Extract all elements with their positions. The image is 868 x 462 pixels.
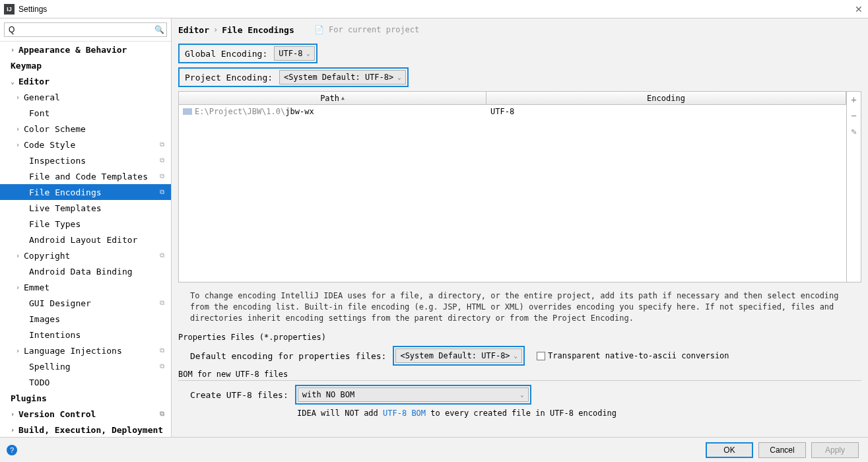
chevron-icon: ⌄ xyxy=(11,78,18,85)
sidebar-item-inspections[interactable]: Inspections⧉ xyxy=(0,152,171,168)
chevron-icon: › xyxy=(11,411,18,418)
column-path[interactable]: Path▲ xyxy=(179,92,486,104)
sidebar-item-label: Font xyxy=(29,108,50,118)
project-encoding-label: Project Encoding: xyxy=(181,71,277,84)
sidebar-item-file-encodings[interactable]: File Encodings⧉ xyxy=(0,184,171,200)
sidebar-item-color-scheme[interactable]: ›Color Scheme xyxy=(0,121,171,137)
help-text: To change encoding IntelliJ IDEA uses fo… xyxy=(190,290,859,323)
sidebar-item-label: Inspections xyxy=(29,156,86,166)
search-icon: 🔍 xyxy=(154,25,164,34)
sidebar-item-todo[interactable]: TODO xyxy=(0,374,171,390)
global-encoding-dropdown[interactable]: UTF-8 ⌄ xyxy=(274,46,315,61)
remove-icon[interactable]: − xyxy=(851,110,856,121)
ok-button[interactable]: OK xyxy=(706,442,753,458)
properties-encoding-group: <System Default: UTF-8> ⌄ xyxy=(393,346,525,366)
sidebar-item-emmet[interactable]: ›Emmet xyxy=(0,279,171,295)
add-icon[interactable]: + xyxy=(851,94,856,105)
sidebar-item-label: Language Injections xyxy=(24,346,122,356)
sidebar-item-plugins[interactable]: Plugins xyxy=(0,390,171,406)
utf8-bom-link[interactable]: UTF-8 BOM xyxy=(383,409,426,418)
sidebar-item-label: File Types xyxy=(29,219,81,229)
global-encoding-group: Global Encoding: UTF-8 ⌄ xyxy=(178,44,317,63)
sidebar-item-label: Copyright xyxy=(24,251,70,261)
bom-section-title: BOM for new UTF-8 files xyxy=(178,370,861,381)
table-row[interactable]: E:\Project\JBW\1.0\jbw-wx UTF-8 xyxy=(179,105,846,118)
properties-encoding-dropdown[interactable]: <System Default: UTF-8> ⌄ xyxy=(395,348,522,363)
column-encoding[interactable]: Encoding xyxy=(486,92,846,104)
copy-icon: ⧉ xyxy=(160,410,164,418)
sidebar-item-label: Images xyxy=(29,314,60,324)
create-utf8-dropdown[interactable]: with NO BOM ⌄ xyxy=(298,387,529,402)
settings-tree: ›Appearance & BehaviorKeymap⌄Editor›Gene… xyxy=(0,42,171,437)
sidebar-item-file-and-code-templates[interactable]: File and Code Templates⧉ xyxy=(0,168,171,184)
sidebar-item-version-control[interactable]: ›Version Control⧉ xyxy=(0,406,171,422)
sidebar-item-label: Android Layout Editor xyxy=(29,235,137,245)
chevron-icon: › xyxy=(16,284,24,291)
properties-section-title: Properties Files (*.properties) xyxy=(178,333,861,342)
sidebar-item-language-injections[interactable]: ›Language Injections⧉ xyxy=(0,343,171,358)
sidebar-item-file-types[interactable]: File Types xyxy=(0,216,171,232)
sidebar-item-android-data-binding[interactable]: Android Data Binding xyxy=(0,263,171,279)
sort-asc-icon: ▲ xyxy=(341,95,345,101)
sidebar-item-intentions[interactable]: Intentions xyxy=(0,327,171,343)
sidebar-item-label: Appearance & Behavior xyxy=(18,45,127,55)
sidebar-item-label: Code Style xyxy=(24,140,75,150)
chevron-icon: › xyxy=(16,141,24,148)
sidebar-item-font[interactable]: Font xyxy=(0,105,171,121)
sidebar-item-android-layout-editor[interactable]: Android Layout Editor xyxy=(0,232,171,248)
chevron-icon: › xyxy=(16,347,24,354)
copy-icon: ⧉ xyxy=(160,141,164,148)
chevron-icon: › xyxy=(11,46,18,53)
breadcrumb-editor[interactable]: Editor xyxy=(178,25,209,35)
sidebar-item-label: Editor xyxy=(18,77,50,86)
sidebar-item-gui-designer[interactable]: GUI Designer⧉ xyxy=(0,295,171,311)
titlebar: IJ Settings ✕ xyxy=(0,0,868,18)
sidebar-item-label: General xyxy=(24,92,60,102)
project-encoding-dropdown[interactable]: <System Default: UTF-8> ⌄ xyxy=(279,70,406,84)
create-utf8-label: Create UTF-8 files: xyxy=(190,390,288,400)
project-encoding-group: Project Encoding: <System Default: UTF-8… xyxy=(178,67,409,87)
chevron-icon: › xyxy=(16,94,24,101)
chevron-down-icon: ⌄ xyxy=(397,74,401,81)
folder-icon xyxy=(183,108,192,115)
sidebar-item-editor[interactable]: ⌄Editor xyxy=(0,73,171,89)
sidebar-item-label: Emmet xyxy=(24,282,50,292)
scope-tag: 📄 For current project xyxy=(314,25,420,34)
sidebar-item-keymap[interactable]: Keymap xyxy=(0,57,171,73)
dialog-footer: OK Cancel Apply xyxy=(0,437,868,462)
sidebar-item-copyright[interactable]: ›Copyright⧉ xyxy=(0,248,171,263)
chevron-right-icon: › xyxy=(213,25,218,34)
sidebar-item-appearance-behavior[interactable]: ›Appearance & Behavior xyxy=(0,42,171,57)
sidebar-item-images[interactable]: Images xyxy=(0,311,171,327)
sidebar-item-label: TODO xyxy=(29,378,50,387)
cancel-button[interactable]: Cancel xyxy=(758,442,806,458)
sidebar-item-build-execution-deployment[interactable]: ›Build, Execution, Deployment xyxy=(0,422,171,437)
chevron-down-icon: ⌄ xyxy=(306,50,310,57)
sidebar-item-label: GUI Designer xyxy=(29,298,91,308)
close-icon[interactable]: ✕ xyxy=(855,4,863,15)
sidebar-item-label: Spelling xyxy=(29,362,71,372)
edit-icon[interactable]: ✎ xyxy=(851,126,856,137)
copy-icon: ⧉ xyxy=(160,346,164,354)
sidebar-item-label: Build, Execution, Deployment xyxy=(18,425,163,435)
search-input[interactable] xyxy=(4,22,167,37)
sidebar-item-spelling[interactable]: Spelling⧉ xyxy=(0,358,171,374)
bom-note: IDEA will NOT add UTF-8 BOM to every cre… xyxy=(297,409,861,418)
window-title: Settings xyxy=(18,5,47,14)
sidebar-item-live-templates[interactable]: Live Templates xyxy=(0,200,171,216)
sidebar-item-general[interactable]: ›General xyxy=(0,89,171,105)
transparent-ascii-checkbox[interactable]: Transparent native-to-ascii conversion xyxy=(537,351,729,360)
global-encoding-label: Global Encoding: xyxy=(181,48,271,60)
sidebar-item-label: Live Templates xyxy=(29,203,102,213)
copy-icon: ⧉ xyxy=(160,188,164,196)
sidebar-item-code-style[interactable]: ›Code Style⧉ xyxy=(0,137,171,152)
sidebar-item-label: Android Data Binding xyxy=(29,267,133,277)
sidebar-item-label: Plugins xyxy=(11,393,47,403)
apply-button[interactable]: Apply xyxy=(811,442,859,458)
sidebar-item-label: Intentions xyxy=(29,330,81,340)
breadcrumb-file-encodings: File Encodings xyxy=(222,25,294,35)
copy-icon: ⧉ xyxy=(160,251,164,259)
breadcrumb: Editor › File Encodings 📄 For current pr… xyxy=(172,18,868,41)
help-icon[interactable]: ? xyxy=(7,445,17,455)
encodings-table: Path▲ Encoding E:\Project\JBW\1.0\jbw-wx… xyxy=(178,91,861,282)
